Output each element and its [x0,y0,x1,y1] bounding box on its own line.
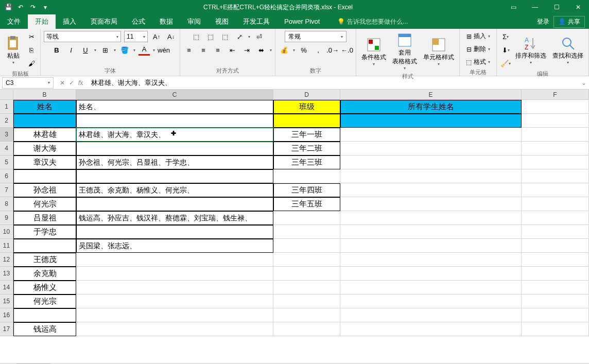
delete-cells-button[interactable]: ⊟删除▾ [463,44,493,55]
cell-b11[interactable] [13,239,76,253]
cell-e17[interactable] [340,322,522,336]
cell-e4[interactable] [340,142,522,155]
enter-formula-icon[interactable]: ✓ [69,79,74,86]
decrease-indent-button[interactable]: ⇤ [227,44,238,56]
cell-e13[interactable] [340,267,522,281]
cell-d7[interactable]: 三年四班 [273,183,340,197]
cell-b13[interactable]: 余克勤 [13,267,76,281]
align-top-button[interactable]: ⬚ [190,31,202,42]
cell-e15[interactable] [340,294,522,308]
increase-decimal-button[interactable]: .0→ [327,44,338,56]
close-button[interactable]: ✕ [567,0,589,14]
save-icon[interactable]: 💾 [4,3,12,11]
cell-b8[interactable]: 何光宗 [13,197,76,211]
cell-b15[interactable]: 何光宗 [13,294,76,308]
cell-d4[interactable]: 三年二班 [273,142,340,155]
cell-b17[interactable]: 钱运高 [13,322,76,336]
cell-e1[interactable]: 所有学生姓名 [340,100,522,114]
conditional-format-button[interactable]: 条件格式▾ [359,36,388,67]
cell-c11[interactable]: 吴国梁、张志远、 [76,239,273,253]
share-button[interactable]: 👤 共享 [553,16,585,28]
cell-d12[interactable] [273,253,340,267]
cell-f11[interactable] [522,239,589,253]
col-header-c[interactable]: C [76,90,273,100]
underline-button[interactable]: U [80,44,91,56]
cell-c3[interactable]: 林君雄、谢大海、章汉夫、 [76,128,273,142]
find-select-button[interactable]: 查找和选择▾ [550,34,585,66]
row-header[interactable]: 16 [0,308,13,322]
decrease-decimal-button[interactable]: ←.0 [341,44,353,56]
cell-b2[interactable] [13,114,76,128]
cell-e6[interactable] [340,169,522,183]
cell-f14[interactable] [522,281,589,294]
cell-b3[interactable]: 林君雄 [13,128,76,142]
sort-filter-button[interactable]: AZ 排序和筛选▾ [513,34,548,66]
cell-f15[interactable] [522,294,589,308]
cell-f4[interactable] [522,142,589,155]
cell-c7[interactable]: 王德茂、余克勤、杨惟义、何光宗、 [76,183,273,197]
col-header-b[interactable]: B [13,90,76,100]
cell-e12[interactable] [340,253,522,267]
decrease-font-button[interactable]: A↓ [165,31,177,42]
cell-d3[interactable]: 三年一班 [273,128,340,142]
tab-file[interactable]: 文件 [0,14,28,29]
col-header-e[interactable]: E [340,90,522,100]
cell-c12[interactable] [76,253,273,267]
cell-d8[interactable]: 三年五班 [273,197,340,211]
number-format-combo[interactable]: 常规▾ [285,31,347,42]
row-header[interactable]: 7 [0,183,13,197]
autosum-button[interactable]: Σ▾ [500,31,511,42]
cell-e8[interactable] [340,197,522,211]
cell-f9[interactable] [522,211,589,225]
font-color-button[interactable]: A [138,44,150,56]
select-all-corner[interactable] [0,90,13,100]
cell-d16[interactable] [273,308,340,322]
cell-c14[interactable] [76,281,273,294]
table-format-button[interactable]: 套用 表格格式▾ [390,31,419,72]
increase-font-button[interactable]: A↑ [151,31,162,42]
tab-dev[interactable]: 开发工具 [236,14,277,29]
row-header[interactable]: 1 [0,100,13,114]
cell-d17[interactable] [273,322,340,336]
formula-input[interactable]: 林君雄、谢大海、章汉夫、 [87,78,579,88]
cell-c8[interactable] [76,197,273,211]
merge-button[interactable]: ⬌ [255,44,267,56]
cell-c6[interactable] [76,169,273,183]
cell-f17[interactable] [522,322,589,336]
cell-f10[interactable] [522,225,589,239]
bold-button[interactable]: B [51,44,62,56]
fill-button[interactable]: ⬇▾ [500,44,511,56]
cell-c4[interactable] [76,142,273,155]
cell-b4[interactable]: 谢大海 [13,142,76,155]
cell-d9[interactable] [273,211,340,225]
format-cells-button[interactable]: ⬚格式▾ [463,57,493,67]
cell-f7[interactable] [522,183,589,197]
tab-home[interactable]: 开始 [28,14,56,29]
tab-data[interactable]: 数据 [152,14,180,29]
cell-b16[interactable] [13,308,76,322]
cell-b12[interactable]: 王德茂 [13,253,76,267]
cell-b9[interactable]: 吕显祖 [13,211,76,225]
cell-e7[interactable] [340,183,522,197]
cell-d1[interactable]: 班级 [273,100,340,114]
row-header[interactable]: 17 [0,322,13,336]
tab-view[interactable]: 视图 [208,14,236,29]
cell-c9[interactable]: 钱运高、孙应吉、钱汉祥、蔡德霖、刘宝瑞、钱生禄、 [76,211,273,225]
cell-e14[interactable] [340,281,522,294]
row-header[interactable]: 12 [0,253,13,267]
qat-more-icon[interactable]: ▾ [41,3,49,11]
tell-me-search[interactable]: 💡 告诉我您想要做什么... [337,18,408,26]
cell-b1[interactable]: 姓名 [13,100,76,114]
cell-e10[interactable] [340,225,522,239]
cell-d15[interactable] [273,294,340,308]
align-right-button[interactable]: ≡ [212,44,223,56]
cell-d13[interactable] [273,267,340,281]
maximize-button[interactable]: ☐ [546,0,567,14]
undo-icon[interactable]: ↶ [16,3,25,11]
cell-e16[interactable] [340,308,522,322]
cell-f16[interactable] [522,308,589,322]
font-size-combo[interactable]: 11▾ [124,31,148,42]
cell-f6[interactable] [522,169,589,183]
tab-formula[interactable]: 公式 [125,14,152,29]
row-header[interactable]: 11 [0,239,13,253]
